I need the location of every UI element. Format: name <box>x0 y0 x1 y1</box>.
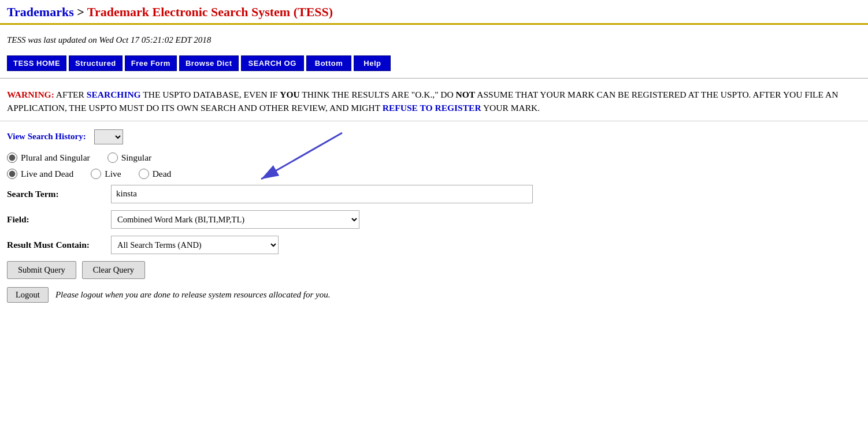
warning-label: WARNING: <box>7 90 54 99</box>
update-notice: TESS was last updated on Wed Oct 17 05:2… <box>0 25 868 51</box>
logout-button[interactable]: Logout <box>7 287 49 303</box>
plural-singular-label: Plural and Singular <box>21 152 90 163</box>
query-button-row: Submit Query Clear Query <box>7 261 861 279</box>
view-history-select[interactable] <box>94 129 123 144</box>
live-dead-label: Live and Dead <box>21 169 73 179</box>
live-label: Live <box>105 169 121 179</box>
page-title: Trademarks > Trademark Electronic Search… <box>7 5 861 20</box>
result-must-contain-label: Result Must Contain: <box>7 240 111 250</box>
separator-text: > <box>74 5 87 19</box>
search-term-label: Search Term: <box>7 189 111 199</box>
nav-search-og-button[interactable]: SEARCH OG <box>241 55 304 71</box>
singular-label: Singular <box>121 152 152 163</box>
plural-singular-group: Plural and Singular Singular <box>7 152 861 163</box>
warning-section: WARNING: AFTER SEARCHING THE USPTO DATAB… <box>0 79 868 121</box>
dead-option[interactable]: Dead <box>139 169 172 179</box>
submit-query-button[interactable]: Submit Query <box>7 261 76 279</box>
clear-query-button[interactable]: Clear Query <box>82 261 145 279</box>
singular-radio[interactable] <box>107 152 118 163</box>
nav-help-button[interactable]: Help <box>354 55 391 71</box>
live-dead-radio[interactable] <box>7 169 17 179</box>
logout-notice: Please logout when you are done to relea… <box>55 290 331 300</box>
result-must-contain-row: Result Must Contain: All Search Terms (A… <box>7 236 861 254</box>
live-option[interactable]: Live <box>91 169 121 179</box>
nav-free-form-button[interactable]: Free Form <box>125 55 177 71</box>
nav-tess-home-button[interactable]: TESS HOME <box>7 55 66 71</box>
search-form-section: View Search History: Plural and Singular… <box>0 121 868 311</box>
nav-bottom-button[interactable]: Bottom <box>306 55 352 71</box>
dead-radio[interactable] <box>139 169 149 179</box>
refuse-link: REFUSE TO REGISTER <box>383 103 481 113</box>
nav-structured-button[interactable]: Structured <box>69 55 123 71</box>
field-row: Field: Combined Word Mark (BI,TI,MP,TL) … <box>7 210 861 229</box>
search-term-row: Search Term: <box>7 185 861 203</box>
view-history-row: View Search History: <box>7 129 861 144</box>
search-term-input-container <box>111 185 533 203</box>
field-select[interactable]: Combined Word Mark (BI,TI,MP,TL) Basic I… <box>111 210 359 229</box>
live-dead-group: Live and Dead Live Dead <box>7 169 861 179</box>
you-text: YOU <box>280 90 299 99</box>
field-label: Field: <box>7 214 111 225</box>
page-header: Trademarks > Trademark Electronic Search… <box>0 0 868 25</box>
search-term-input[interactable] <box>111 185 533 203</box>
nav-bar: TESS HOME Structured Free Form Browse Di… <box>0 51 868 79</box>
view-history-label: View Search History: <box>7 132 86 142</box>
dead-label: Dead <box>153 169 172 179</box>
live-dead-option[interactable]: Live and Dead <box>7 169 73 179</box>
not-text: NOT <box>456 90 476 99</box>
tess-title-text: Trademark Electronic Search System (TESS… <box>87 5 333 19</box>
singular-option[interactable]: Singular <box>107 152 152 163</box>
trademarks-text: Trademarks <box>7 5 74 19</box>
result-must-contain-select[interactable]: All Search Terms (AND) Any Search Terms … <box>111 236 279 254</box>
warning-text: WARNING: AFTER SEARCHING THE USPTO DATAB… <box>7 88 861 115</box>
plural-singular-radio[interactable] <box>7 152 17 163</box>
nav-browse-dict-button[interactable]: Browse Dict <box>179 55 239 71</box>
plural-singular-option[interactable]: Plural and Singular <box>7 152 90 163</box>
live-radio[interactable] <box>91 169 101 179</box>
searching-link: SEARCHING <box>87 90 141 99</box>
logout-row: Logout Please logout when you are done t… <box>7 287 861 303</box>
